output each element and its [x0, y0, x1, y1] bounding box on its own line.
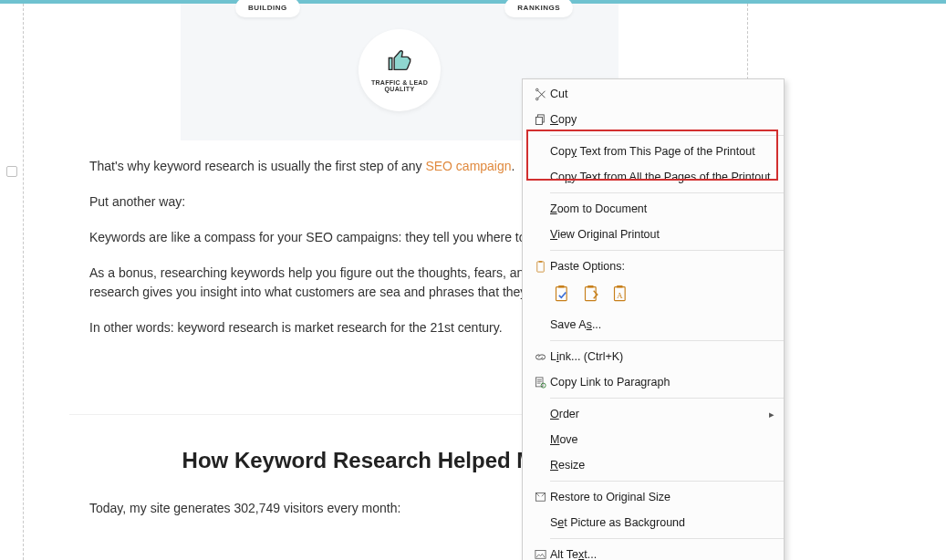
center-badge-label: TRAFFIC & LEAD QUALITY: [371, 79, 428, 92]
menu-copy[interactable]: Copy: [523, 107, 784, 132]
menu-label: Set Picture as Background: [550, 516, 774, 529]
pill-right: RANKINGS: [504, 0, 573, 17]
menu-copy-text-this-page[interactable]: Copy Text from This Page of the Printout: [523, 139, 784, 164]
menu-order[interactable]: Order ▸: [523, 401, 784, 427]
menu-label: Alt Text...: [550, 548, 774, 560]
thumbs-up-icon: [387, 48, 412, 78]
menu-label: View Original Printout: [550, 228, 774, 241]
menu-copy-link-paragraph[interactable]: Copy Link to Paragraph: [523, 369, 784, 395]
paste-options-row: A: [523, 279, 784, 312]
menu-label: Copy Text from This Page of the Printout: [550, 145, 774, 158]
menu-copy-text-all-pages[interactable]: Copy Text from All the Pages of the Prin…: [523, 164, 784, 190]
svg-rect-1: [535, 117, 542, 124]
menu-label: Resize: [550, 459, 774, 472]
scissors-icon: [530, 88, 550, 101]
menu-separator: [550, 398, 784, 399]
chevron-right-icon: ▸: [769, 409, 774, 420]
menu-set-picture-background[interactable]: Set Picture as Background: [523, 510, 784, 535]
seo-campaign-link[interactable]: SEO campaign: [425, 159, 511, 173]
menu-cut[interactable]: Cut: [523, 81, 784, 107]
svg-text:A: A: [617, 291, 623, 300]
svg-rect-6: [586, 287, 597, 301]
svg-rect-11: [535, 377, 543, 386]
clipboard-icon: [530, 260, 550, 274]
menu-label: Paste Options:: [550, 260, 774, 273]
menu-restore-original-size[interactable]: Restore to Original Size: [523, 484, 784, 510]
restore-icon: [530, 491, 550, 504]
paste-merge-button[interactable]: [581, 283, 603, 306]
menu-label: Order: [550, 408, 769, 420]
menu-zoom-to-document[interactable]: Zoom to Document: [523, 196, 784, 222]
menu-separator: [550, 135, 784, 136]
svg-rect-9: [617, 285, 623, 288]
menu-move[interactable]: Move: [523, 427, 784, 452]
svg-point-12: [541, 383, 546, 388]
menu-label: Restore to Original Size: [550, 491, 774, 503]
paste-keep-source-button[interactable]: [552, 283, 574, 306]
menu-label: Zoom to Document: [550, 202, 774, 215]
pill-left: BUILDING: [235, 0, 300, 17]
menu-separator: [550, 192, 784, 193]
menu-alt-text[interactable]: Alt Text...: [523, 542, 784, 560]
menu-separator: [550, 250, 784, 251]
menu-label: Link... (Ctrl+K): [550, 350, 774, 363]
svg-rect-5: [558, 285, 565, 288]
menu-label: Copy Text from All the Pages of the Prin…: [550, 171, 774, 183]
center-badge: TRAFFIC & LEAD QUALITY: [359, 29, 441, 111]
menu-separator: [550, 538, 784, 539]
copy-icon: [530, 113, 550, 127]
menu-resize[interactable]: Resize: [523, 452, 784, 478]
menu-separator: [550, 340, 784, 341]
svg-rect-2: [536, 261, 544, 271]
text: That's why keyword research is usually t…: [89, 159, 425, 173]
menu-link[interactable]: Link... (Ctrl+K): [523, 344, 784, 369]
menu-save-as[interactable]: Save As...: [523, 312, 784, 337]
alt-text-icon: [530, 548, 550, 561]
menu-label: Move: [550, 433, 774, 446]
context-menu: Cut Copy Copy Text from This Page of the…: [522, 78, 785, 560]
svg-rect-7: [587, 285, 594, 288]
link-icon: [530, 350, 550, 364]
menu-separator: [550, 481, 784, 482]
svg-rect-3: [538, 260, 542, 262]
menu-label: Copy: [550, 113, 774, 126]
selection-handle[interactable]: [6, 166, 17, 177]
menu-label: Cut: [550, 88, 774, 100]
paste-text-only-button[interactable]: A: [610, 283, 632, 306]
menu-view-original-printout[interactable]: View Original Printout: [523, 222, 784, 247]
text: .: [512, 159, 515, 173]
menu-label: Copy Link to Paragraph: [550, 376, 774, 389]
menu-paste-options-heading: Paste Options:: [523, 254, 784, 279]
menu-label: Save As...: [550, 318, 774, 331]
paragraph-link-icon: [530, 376, 550, 389]
